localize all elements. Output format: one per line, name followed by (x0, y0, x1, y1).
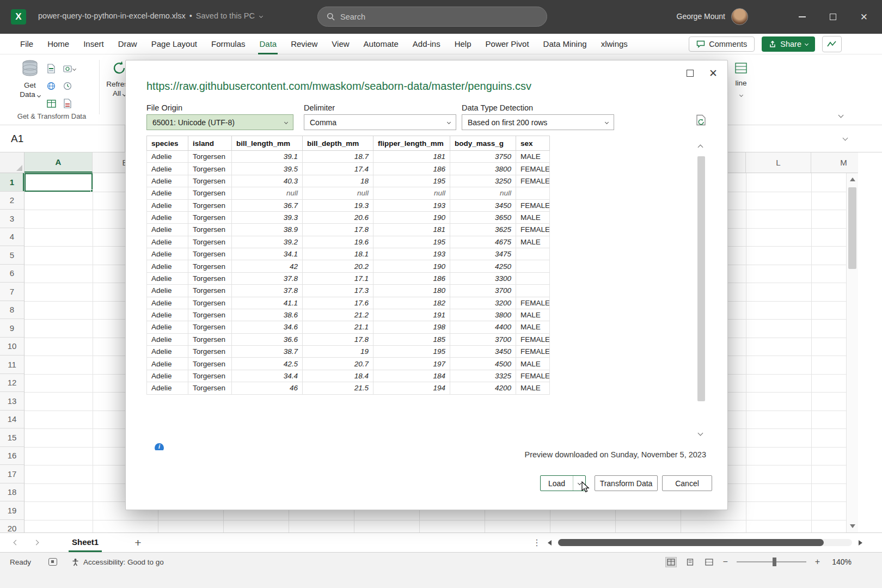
menu-tab-file[interactable]: File (13, 34, 40, 54)
menu-tab-add-ins[interactable]: Add-ins (406, 34, 448, 54)
maximize-icon[interactable] (830, 14, 836, 20)
next-sheet-icon[interactable] (34, 540, 39, 546)
data-type-detection-dropdown[interactable]: Based on first 200 rows (462, 114, 614, 130)
scroll-up-icon[interactable] (850, 177, 855, 181)
sheet-tab-sheet1[interactable]: Sheet1 (64, 533, 106, 552)
load-button[interactable]: Load (541, 476, 573, 491)
menu-tab-help[interactable]: Help (448, 34, 479, 54)
previous-sheet-icon[interactable] (14, 540, 19, 546)
row-header-15[interactable]: 15 (0, 428, 24, 447)
zoom-level[interactable]: 140% (832, 558, 852, 566)
menu-tab-data[interactable]: Data (252, 34, 284, 54)
accessibility-status[interactable]: Accessibility: Good to go (71, 558, 164, 566)
row-header-11[interactable]: 11 (0, 356, 24, 374)
comments-button[interactable]: Comments (689, 36, 755, 52)
scroll-right-icon[interactable] (859, 540, 862, 546)
excel-logo-icon[interactable]: X (11, 9, 26, 24)
menu-tab-power-pivot[interactable]: Power Pivot (479, 34, 536, 54)
column-header-A[interactable]: A (24, 152, 93, 173)
scroll-down-icon[interactable] (850, 524, 855, 528)
row-header-1[interactable]: 1 (0, 173, 24, 192)
scroll-left-icon[interactable] (548, 540, 552, 546)
delimiter-dropdown[interactable]: Comma (304, 114, 456, 130)
normal-view-button[interactable] (666, 558, 676, 567)
row-header-12[interactable]: 12 (0, 374, 24, 393)
existing-connections-button[interactable] (63, 95, 82, 112)
formula-bar-expand-chevron-icon[interactable] (843, 136, 848, 141)
file-origin-dropdown[interactable]: 65001: Unicode (UTF-8) (146, 114, 293, 130)
tab-options-icon[interactable]: ⋮ (532, 537, 541, 548)
horizontal-scrollbar[interactable] (558, 539, 852, 546)
row-header-10[interactable]: 10 (0, 338, 24, 356)
row-header-20[interactable]: 20 (0, 520, 24, 533)
from-table-range-button[interactable] (47, 95, 63, 112)
dialog-maximize-icon[interactable] (687, 70, 694, 77)
saved-status[interactable]: Saved to this PC (196, 11, 255, 20)
column-header-M[interactable]: M (811, 152, 858, 173)
menu-tab-home[interactable]: Home (40, 34, 76, 54)
menu-tab-formulas[interactable]: Formulas (204, 34, 253, 54)
share-button[interactable]: Share (762, 36, 815, 52)
row-header-7[interactable]: 7 (0, 283, 24, 301)
zoom-in-button[interactable]: + (815, 557, 820, 567)
preview-scrollbar[interactable] (696, 142, 706, 439)
sheet-vertical-scrollbar[interactable] (846, 173, 858, 532)
column-header-L[interactable]: L (746, 152, 811, 173)
row-header-17[interactable]: 17 (0, 465, 24, 483)
pq-row-8: AdelieTorgersen39.219.61954675MALE (147, 236, 550, 248)
row-header-5[interactable]: 5 (0, 246, 24, 265)
name-box[interactable]: A1 (0, 125, 125, 152)
row-header-2[interactable]: 2 (0, 192, 24, 210)
row-header-3[interactable]: 3 (0, 210, 24, 228)
from-text-csv-button[interactable] (47, 60, 63, 77)
collapse-ribbon-chevron-icon[interactable] (838, 113, 844, 118)
row-header-8[interactable]: 8 (0, 301, 24, 320)
saved-status-chevron-icon[interactable] (259, 14, 263, 17)
preview-scroll-thumb[interactable] (697, 156, 705, 401)
macro-record-icon[interactable] (48, 558, 57, 566)
row-header-13[interactable]: 13 (0, 392, 24, 411)
row-header-18[interactable]: 18 (0, 483, 24, 502)
page-break-view-button[interactable] (704, 558, 714, 567)
close-icon[interactable]: ✕ (860, 13, 868, 22)
zoom-slider-thumb[interactable] (773, 558, 776, 566)
refresh-preview-button[interactable] (695, 114, 707, 130)
row-header-14[interactable]: 14 (0, 411, 24, 429)
row-header-16[interactable]: 16 (0, 447, 24, 465)
menu-tab-view[interactable]: View (324, 34, 356, 54)
horizontal-scroll-thumb[interactable] (558, 539, 824, 546)
from-web-button[interactable] (47, 77, 63, 95)
cancel-button[interactable]: Cancel (662, 475, 712, 491)
pq-cell: 185 (373, 333, 450, 345)
menu-tab-xlwings[interactable]: xlwings (594, 34, 635, 54)
recent-sources-button[interactable] (63, 77, 82, 95)
row-header-9[interactable]: 9 (0, 319, 24, 338)
preview-scroll-down-icon[interactable] (698, 431, 703, 436)
menu-tab-page-layout[interactable]: Page Layout (144, 34, 204, 54)
minimize-icon[interactable] (799, 16, 806, 17)
vertical-scroll-thumb[interactable] (848, 187, 856, 269)
page-layout-view-button[interactable] (685, 558, 695, 567)
get-data-button[interactable]: Get Data (15, 60, 45, 100)
menu-tab-automate[interactable]: Automate (357, 34, 406, 54)
row-header-19[interactable]: 19 (0, 501, 24, 520)
outline-group-fragment[interactable]: line (730, 62, 752, 98)
zoom-out-button[interactable]: − (723, 557, 728, 567)
dialog-close-icon[interactable]: ✕ (709, 68, 718, 78)
add-sheet-button[interactable]: + (134, 537, 141, 548)
menu-tab-insert[interactable]: Insert (76, 34, 111, 54)
select-all-corner[interactable] (0, 152, 24, 173)
search-input[interactable]: Search (317, 7, 547, 27)
preview-scroll-up-icon[interactable] (698, 145, 703, 150)
transform-data-button[interactable]: Transform Data (595, 475, 658, 491)
from-picture-button[interactable] (63, 60, 82, 77)
zoom-slider[interactable] (737, 561, 806, 562)
menu-tab-draw[interactable]: Draw (111, 34, 144, 54)
row-header-4[interactable]: 4 (0, 228, 24, 247)
editing-mode-button[interactable] (822, 36, 842, 52)
user-name[interactable]: George Mount (677, 12, 726, 21)
row-header-6[interactable]: 6 (0, 265, 24, 283)
avatar[interactable] (731, 8, 748, 25)
menu-tab-data-mining[interactable]: Data Mining (536, 34, 594, 54)
menu-tab-review[interactable]: Review (284, 34, 324, 54)
